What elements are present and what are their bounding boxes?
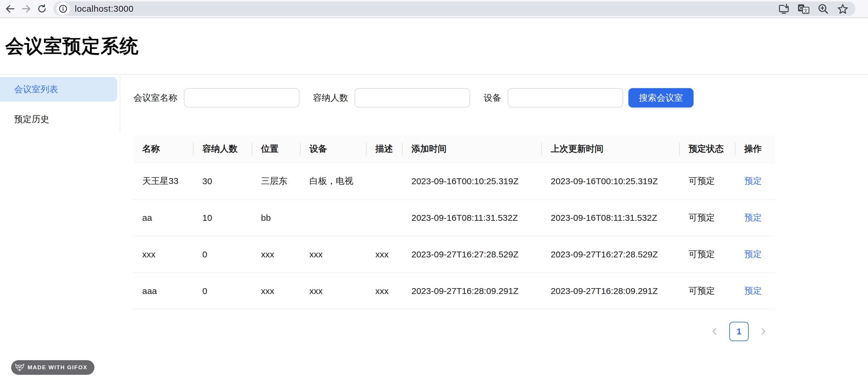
table-row: aaa 0 xxx xxx xxx 2023-09-27T16:28:09.29…: [133, 273, 775, 310]
cell-description: [367, 163, 403, 200]
svg-text:文: 文: [804, 8, 808, 13]
bookmark-star-icon[interactable]: [837, 3, 849, 15]
col-capacity: 容纳人数: [193, 135, 252, 163]
meeting-room-table: 名称 容纳人数 位置 设备 描述 添加时间 上次更新时间 预定状态 操作 天王星…: [133, 135, 868, 310]
prev-page-button[interactable]: [708, 325, 721, 338]
back-button[interactable]: [2, 1, 18, 17]
page-header: 会议室预定系统: [0, 18, 868, 75]
cell-capacity: 0: [193, 236, 252, 273]
cell-created-time: 2023-09-16T00:10:25.319Z: [403, 163, 542, 200]
sidebar: 会议室列表 预定历史: [0, 75, 120, 132]
forward-button[interactable]: [18, 1, 34, 17]
cell-created-time: 2023-09-16T08:11:31.532Z: [403, 200, 542, 236]
room-name-label: 会议室名称: [133, 92, 178, 104]
col-equipment: 设备: [301, 135, 367, 163]
fox-icon: [15, 363, 25, 372]
browser-toolbar: localhost:3000 G 文: [0, 0, 868, 18]
room-name-input[interactable]: [184, 88, 300, 107]
reload-icon: [37, 3, 47, 14]
cell-updated-time: 2023-09-27T16:28:09.291Z: [542, 273, 680, 310]
search-rooms-button[interactable]: 搜索会议室: [628, 88, 693, 107]
sidebar-item-label: 预定历史: [14, 113, 49, 125]
reload-button[interactable]: [34, 1, 50, 17]
cell-location: 三层东: [252, 163, 301, 200]
gifox-badge[interactable]: MADE WITH GIFOX: [11, 360, 94, 375]
sidebar-item-label: 会议室列表: [14, 83, 58, 96]
cell-equipment: 白板，电视: [301, 163, 367, 200]
cell-location: bb: [252, 200, 301, 236]
site-info-icon: [58, 4, 68, 13]
table-row: 天王星33 30 三层东 白板，电视 2023-09-16T00:10:25.3…: [133, 163, 775, 200]
forward-arrow-icon: [21, 3, 32, 14]
cell-location: xxx: [252, 236, 301, 273]
search-form: 会议室名称 容纳人数 设备 搜索会议室: [133, 88, 868, 107]
col-location: 位置: [252, 135, 301, 163]
cell-equipment: xxx: [301, 236, 367, 273]
book-link[interactable]: 预定: [744, 176, 762, 186]
cell-equipment: xxx: [301, 273, 367, 310]
sidebar-item-meeting-room-list[interactable]: 会议室列表: [0, 77, 117, 102]
cell-booking-status: 可预定: [680, 236, 736, 273]
zoom-icon[interactable]: [817, 3, 829, 15]
equipment-label: 设备: [484, 92, 501, 104]
cell-name: aaa: [133, 273, 193, 310]
url-text: localhost:3000: [75, 4, 133, 14]
site-info-button[interactable]: [56, 2, 70, 15]
col-updated-time: 上次更新时间: [542, 135, 680, 163]
table-row: xxx 0 xxx xxx xxx 2023-09-27T16:27:28.52…: [133, 236, 775, 273]
cell-created-time: 2023-09-27T16:28:09.291Z: [403, 273, 542, 310]
col-name: 名称: [133, 135, 193, 163]
pagination: 1: [133, 322, 775, 341]
capacity-label: 容纳人数: [313, 92, 348, 104]
install-app-icon[interactable]: [778, 3, 790, 15]
equipment-input[interactable]: [507, 88, 623, 107]
gifox-badge-label: MADE WITH GIFOX: [28, 364, 87, 371]
cell-name: 天王星33: [133, 163, 193, 200]
cell-description: xxx: [367, 273, 403, 310]
table-row: aa 10 bb 2023-09-16T08:11:31.532Z 2023-0…: [133, 200, 775, 236]
cell-updated-time: 2023-09-27T16:27:28.529Z: [542, 236, 680, 273]
cell-updated-time: 2023-09-16T08:11:31.532Z: [542, 200, 680, 236]
col-description: 描述: [367, 135, 403, 163]
table-header-row: 名称 容纳人数 位置 设备 描述 添加时间 上次更新时间 预定状态 操作: [133, 135, 775, 163]
url-bar[interactable]: localhost:3000 G 文: [53, 1, 856, 16]
cell-updated-time: 2023-09-16T00:10:25.319Z: [542, 163, 680, 200]
cell-booking-status: 可预定: [680, 273, 736, 310]
cell-capacity: 0: [193, 273, 252, 310]
page-number-1[interactable]: 1: [729, 322, 749, 341]
col-created-time: 添加时间: [403, 135, 542, 163]
page-title: 会议室预定系统: [5, 33, 139, 59]
capacity-input[interactable]: [354, 88, 470, 107]
sidebar-item-booking-history[interactable]: 预定历史: [0, 107, 120, 132]
translate-icon[interactable]: G 文: [797, 3, 810, 15]
chevron-right-icon: [758, 326, 768, 337]
cell-name: aa: [133, 200, 193, 236]
col-actions: 操作: [736, 135, 775, 163]
cell-created-time: 2023-09-27T16:27:28.529Z: [403, 236, 542, 273]
cell-capacity: 30: [193, 163, 252, 200]
back-arrow-icon: [5, 3, 16, 14]
chevron-left-icon: [710, 326, 720, 337]
cell-description: [367, 200, 403, 236]
next-page-button[interactable]: [757, 325, 770, 338]
cell-name: xxx: [133, 236, 193, 273]
cell-equipment: [301, 200, 367, 236]
cell-description: xxx: [367, 236, 403, 273]
book-link[interactable]: 预定: [744, 286, 762, 295]
cell-location: xxx: [252, 273, 301, 310]
cell-booking-status: 可预定: [680, 163, 736, 200]
book-link[interactable]: 预定: [744, 249, 762, 259]
book-link[interactable]: 预定: [744, 213, 762, 222]
cell-capacity: 10: [193, 200, 252, 236]
col-booking-status: 预定状态: [680, 135, 736, 163]
cell-booking-status: 可预定: [680, 200, 736, 236]
